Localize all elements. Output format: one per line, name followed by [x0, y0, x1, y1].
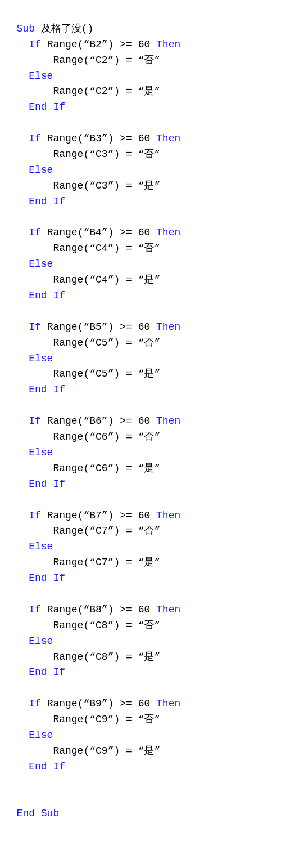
if-line-3: If Range(“B4”) >= 60 Then	[4, 227, 180, 238]
else-line-5: Else	[4, 447, 53, 458]
if-line-4: If Range(“B5”) >= 60 Then	[4, 321, 180, 333]
if-line-7: If Range(“B8”) >= 60 Then	[4, 604, 180, 615]
else-line-3: Else	[4, 258, 53, 270]
then-body-6: Range(“C7”) = “否”	[4, 525, 160, 536]
sub-name: 及格了没()	[35, 23, 93, 34]
else-body-3: Range(“C4”) = “是”	[4, 274, 160, 285]
end-sub-line: End Sub	[4, 791, 295, 822]
code-block-4: If Range(“B5”) >= 60 Then Range(“C5”) = …	[4, 320, 295, 414]
end-if-5: End If	[4, 478, 65, 490]
else-line-8: Else	[4, 730, 53, 741]
code-block-7: If Range(“B8”) >= 60 Then Range(“C8”) = …	[4, 602, 295, 696]
code-block-8: If Range(“B9”) >= 60 Then Range(“C9”) = …	[4, 696, 295, 790]
else-line-7: Else	[4, 636, 53, 647]
else-body-7: Range(“C8”) = “是”	[4, 651, 160, 663]
then-body-2: Range(“C3”) = “否”	[4, 149, 160, 160]
then-body-1: Range(“C2”) = “否”	[4, 55, 160, 66]
code-block-5: If Range(“B6”) >= 60 Then Range(“C6”) = …	[4, 414, 295, 508]
if-line-5: If Range(“B6”) >= 60 Then	[4, 415, 180, 427]
else-line-6: Else	[4, 541, 53, 552]
if-line-1: If Range(“B2”) >= 60 Then	[4, 39, 180, 50]
code-container: Sub 及格了没()	[4, 6, 295, 37]
end-if-1: End If	[4, 101, 65, 113]
if-line-2: If Range(“B3”) >= 60 Then	[4, 133, 180, 144]
end-if-8: End If	[4, 761, 65, 772]
then-body-5: Range(“C6”) = “否”	[4, 431, 160, 442]
else-body-4: Range(“C5”) = “是”	[4, 368, 160, 379]
end-if-4: End If	[4, 384, 65, 395]
if-line-6: If Range(“B7”) >= 60 Then	[4, 510, 180, 521]
end-if-3: End If	[4, 290, 65, 301]
sub-keyword: Sub	[17, 23, 35, 34]
code-block-3: If Range(“B4”) >= 60 Then Range(“C4”) = …	[4, 225, 295, 319]
then-body-8: Range(“C9”) = “否”	[4, 714, 160, 725]
then-body-3: Range(“C4”) = “否”	[4, 243, 160, 254]
else-line-2: Else	[4, 164, 53, 176]
end-if-6: End If	[4, 572, 65, 584]
end-if-2: End If	[4, 196, 65, 207]
end-sub-keyword: End Sub	[17, 808, 60, 819]
code-block-1: If Range(“B2”) >= 60 Then Range(“C2”) = …	[4, 37, 295, 131]
if-line-8: If Range(“B9”) >= 60 Then	[4, 698, 180, 709]
else-line-1: Else	[4, 70, 53, 82]
else-body-6: Range(“C7”) = “是”	[4, 557, 160, 568]
code-blocks: If Range(“B2”) >= 60 Then Range(“C2”) = …	[4, 37, 295, 791]
else-body-2: Range(“C3”) = “是”	[4, 180, 160, 191]
else-body-8: Range(“C9”) = “是”	[4, 745, 160, 757]
then-body-4: Range(“C5”) = “否”	[4, 337, 160, 348]
else-body-1: Range(“C2”) = “是”	[4, 86, 160, 97]
then-body-7: Range(“C8”) = “否”	[4, 620, 160, 631]
code-block-6: If Range(“B7”) >= 60 Then Range(“C7”) = …	[4, 508, 295, 602]
code-block-2: If Range(“B3”) >= 60 Then Range(“C3”) = …	[4, 131, 295, 225]
else-body-5: Range(“C6”) = “是”	[4, 463, 160, 474]
end-if-7: End If	[4, 666, 65, 678]
else-line-4: Else	[4, 353, 53, 364]
